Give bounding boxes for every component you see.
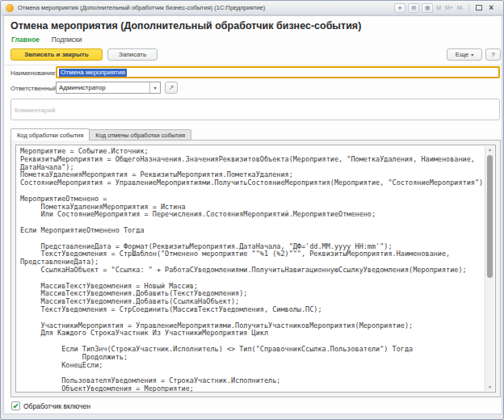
memory-button[interactable]: M (435, 5, 442, 10)
code-tabs: Код обработки события Код отмены обработ… (10, 128, 191, 141)
star-icon[interactable]: ★ (394, 3, 405, 13)
memory-plus-button[interactable]: M+ (444, 5, 454, 10)
form-content: Отмена мероприятия (Дополнительный обраб… (3, 15, 502, 414)
more-button[interactable]: Еще ▾ (447, 48, 482, 61)
chevron-down-icon: ▾ (471, 52, 473, 57)
name-input-selected-value: Отмена мероприятия (59, 69, 127, 77)
divider (4, 65, 502, 65)
scroll-down-icon[interactable]: ▼ (485, 384, 494, 391)
1c-logo-icon (6, 4, 14, 12)
nav-tabs: Главное Подписки (11, 36, 82, 44)
comment-placeholder: Комментарий (15, 107, 55, 114)
grid-icon[interactable]: ▦ (422, 3, 433, 13)
tab-event-handler-code[interactable]: Код обработки события (10, 128, 90, 141)
name-field-label: Наименование: (10, 69, 57, 77)
responsible-combobox[interactable]: Администратор ▾ (56, 82, 161, 94)
window-title: Отмена мероприятия (Дополнительный обраб… (18, 4, 394, 11)
handler-enabled-label: Обработчик включен (23, 402, 90, 410)
titlebar: Отмена мероприятия (Дополнительный обраб… (1, 1, 503, 15)
code-text[interactable]: Мероприятие = Событие.Источник; Реквизит… (16, 145, 485, 392)
titlebar-controls: ★ ▤ ▦ M M+ M- × (394, 3, 498, 13)
responsible-value: Администратор (57, 84, 149, 91)
check-icon: ✔ (13, 402, 19, 410)
close-icon[interactable]: × (487, 4, 495, 12)
tab-subscriptions[interactable]: Подписки (52, 36, 82, 44)
handler-enabled-checkbox[interactable]: ✔ (11, 401, 20, 410)
scrollbar-thumb[interactable] (487, 155, 493, 278)
scroll-up-icon[interactable]: ▲ (485, 146, 494, 153)
open-link-button[interactable]: ↗ (165, 82, 178, 94)
app-window: Отмена мероприятия (Дополнительный обраб… (0, 0, 504, 420)
chevron-down-icon: ▾ (153, 85, 156, 90)
responsible-field-label: Ответственный: (10, 85, 58, 92)
comment-textarea[interactable]: Комментарий (10, 99, 500, 120)
save-and-close-button[interactable]: Записать и закрыть (10, 48, 103, 61)
maximize-icon[interactable] (476, 5, 482, 10)
vertical-scrollbar[interactable]: ▲ ▼ (485, 146, 494, 391)
code-editor[interactable]: Мероприятие = Событие.Источник; Реквизит… (15, 145, 496, 393)
memory-minus-button[interactable]: M- (456, 5, 464, 10)
dropdown-button[interactable]: ▾ (149, 82, 160, 93)
footer: ✔ Обработчик включен (11, 401, 90, 410)
help-button[interactable]: ? (485, 48, 501, 61)
open-link-icon: ↗ (169, 84, 174, 91)
tab-cancel-handler-code[interactable]: Код отмены обработки события (90, 129, 191, 141)
page-icon[interactable]: ▤ (408, 3, 419, 13)
page-title: Отмена мероприятия (Дополнительный обраб… (10, 20, 361, 32)
code-panel: Мероприятие = Событие.Источник; Реквизит… (10, 140, 501, 397)
tab-main[interactable]: Главное (11, 36, 40, 44)
name-input[interactable]: Отмена мероприятия (56, 66, 500, 78)
divider (468, 4, 469, 12)
more-button-label: Еще (456, 51, 468, 58)
save-button[interactable]: Записать (107, 48, 158, 61)
